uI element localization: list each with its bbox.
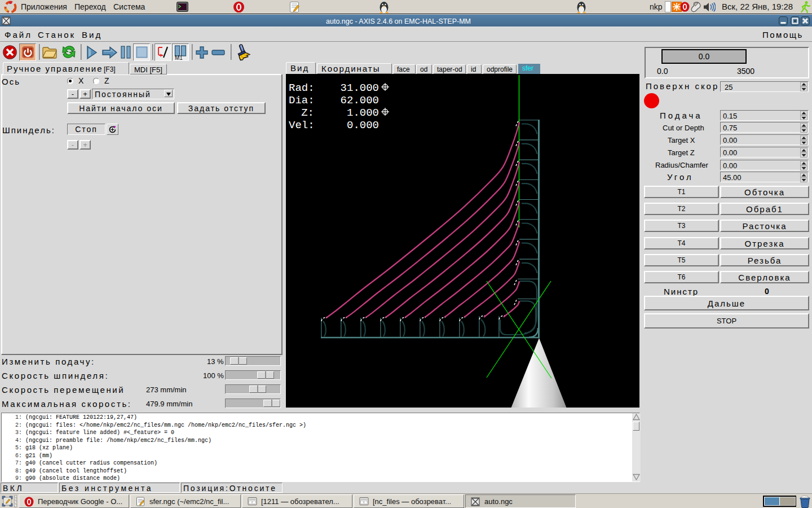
svg-text:62.000: 62.000: [341, 94, 379, 107]
svg-text:1.000: 1.000: [347, 107, 379, 119]
svg-text:Vel:: Vel:: [289, 119, 315, 132]
svg-text:31.000: 31.000: [341, 82, 379, 94]
svg-text:Z:: Z:: [301, 107, 314, 119]
svg-text:0.000: 0.000: [347, 119, 379, 132]
svg-text:Rad:: Rad:: [289, 82, 315, 94]
svg-text:M1: M1: [175, 55, 183, 60]
svg-text:Dia:: Dia:: [289, 94, 315, 107]
